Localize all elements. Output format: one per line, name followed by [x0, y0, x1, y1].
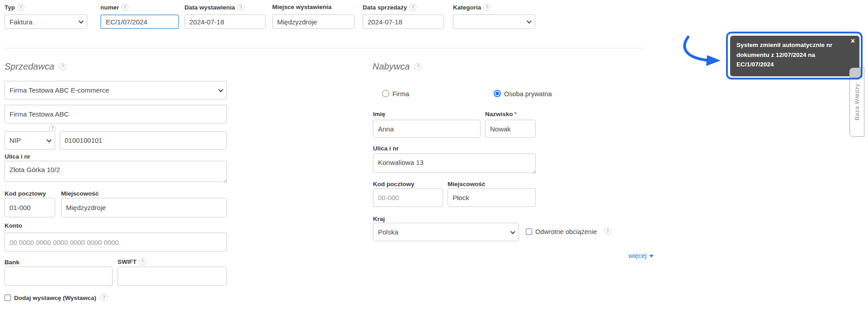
- buyer-type-radio-private[interactable]: [494, 90, 501, 97]
- knowledge-base-tab-shade: [849, 68, 863, 78]
- chevron-down-icon: [510, 229, 515, 234]
- numer-input[interactable]: [100, 14, 179, 29]
- seller-street-label: Ulica i nr: [5, 153, 30, 160]
- annotation-arrow-icon: [679, 34, 729, 67]
- tax-id-input[interactable]: [60, 131, 227, 150]
- seller-postal-input[interactable]: [5, 198, 55, 217]
- bank-input[interactable]: [5, 267, 113, 286]
- close-icon[interactable]: ×: [851, 37, 855, 45]
- buyer-city-label: Miejscowość: [448, 181, 485, 187]
- first-name-label: Imię: [373, 111, 385, 117]
- help-icon[interactable]: ?: [59, 63, 66, 70]
- notification-tooltip: System zmienił automatycznie nr dokument…: [730, 36, 859, 76]
- chevron-down-icon: [218, 87, 223, 92]
- seller-heading: Sprzedawca: [5, 61, 54, 72]
- sale-date-label-row: Data sprzedaży ?: [363, 4, 416, 11]
- buyer-type-radio-firma[interactable]: [382, 90, 389, 97]
- seller-postal-label: Kod pocztowy: [5, 190, 46, 197]
- buyer-type-private-label[interactable]: Osoba prywatna: [504, 90, 552, 98]
- help-icon[interactable]: ?: [604, 228, 611, 235]
- account-input[interactable]: [5, 233, 227, 252]
- typ-label-row: Typ ?: [5, 4, 24, 11]
- sale-date-input[interactable]: [363, 14, 444, 29]
- buyer-postal-input[interactable]: [373, 188, 443, 207]
- radio-dot: [495, 92, 499, 95]
- country-select-value: Polska: [378, 228, 398, 236]
- sale-date-label: Data sprzedaży: [363, 4, 407, 11]
- category-label: Kategoria: [453, 4, 481, 11]
- numer-label-row: numer ?: [100, 4, 128, 11]
- seller-company-select[interactable]: Firma Testowa ABC E-commerce: [5, 81, 227, 99]
- numer-label: numer: [100, 4, 119, 11]
- section-divider: [5, 48, 643, 48]
- tax-id-type-select[interactable]: NIP: [5, 131, 55, 150]
- issue-date-input[interactable]: [184, 14, 266, 29]
- seller-city-label: Miejscowość: [61, 190, 99, 197]
- country-label: Kraj: [373, 215, 385, 222]
- buyer-heading: Nabywca: [373, 61, 410, 72]
- help-icon[interactable]: ?: [139, 258, 146, 265]
- buyer-type-firma-label[interactable]: Firma: [392, 90, 409, 98]
- buyer-street-textarea[interactable]: Konwaliowa 13: [373, 154, 536, 173]
- typ-select[interactable]: Faktura: [5, 14, 87, 29]
- typ-select-value: Faktura: [9, 18, 33, 26]
- country-select[interactable]: Polska: [373, 223, 519, 241]
- account-label: Konto: [5, 222, 22, 229]
- add-issuer-checkbox[interactable]: [5, 295, 11, 301]
- seller-heading-row: Sprzedawca ?: [5, 61, 66, 72]
- help-icon[interactable]: ?: [237, 4, 245, 11]
- required-asterisk: *: [514, 111, 517, 117]
- chevron-down-icon: [79, 19, 84, 23]
- help-icon[interactable]: ?: [483, 4, 491, 11]
- reverse-charge-checkbox[interactable]: [526, 229, 532, 235]
- last-name-label: Nazwisko*: [485, 111, 517, 117]
- help-icon[interactable]: ?: [49, 125, 56, 132]
- more-link[interactable]: więcej: [628, 252, 654, 259]
- issue-place-label-row: Miejsce wystawienia: [272, 4, 331, 10]
- help-icon[interactable]: ?: [409, 4, 416, 11]
- buyer-heading-row: Nabywca ?: [373, 61, 421, 72]
- tax-id-type-value: NIP: [9, 136, 21, 144]
- reverse-charge-label: Odwrotne obciążenie: [535, 228, 597, 235]
- help-icon[interactable]: ?: [121, 4, 128, 11]
- seller-company-select-value: Firma Testowa ABC E-commerce: [9, 86, 109, 94]
- first-name-input[interactable]: [373, 120, 481, 138]
- typ-label: Typ: [5, 4, 15, 11]
- category-label-row: Kategoria ?: [453, 4, 491, 11]
- seller-name-input[interactable]: [5, 105, 227, 123]
- knowledge-base-tab-label: Baza Wiedzy: [854, 84, 860, 120]
- swift-input[interactable]: [118, 267, 227, 286]
- notification-text: System zmienił automatycznie nr dokument…: [736, 40, 845, 70]
- bank-label: Bank: [5, 259, 19, 266]
- chevron-down-icon: [527, 19, 532, 23]
- issue-place-input[interactable]: [272, 14, 354, 29]
- buyer-street-label: Ulica i nr: [373, 145, 399, 152]
- swift-label-row: SWIFT ?: [118, 258, 146, 265]
- issue-date-label-row: Data wystawienia ?: [184, 4, 245, 11]
- issue-date-label: Data wystawienia: [184, 4, 235, 11]
- invoice-form-page: Typ ? Faktura numer ? Data wystawienia ?…: [0, 0, 868, 309]
- chevron-down-icon: [47, 137, 52, 142]
- buyer-postal-label: Kod pocztowy: [373, 181, 415, 187]
- last-name-input[interactable]: [485, 120, 536, 138]
- caret-down-icon: [649, 255, 654, 258]
- help-icon[interactable]: ?: [17, 4, 24, 11]
- seller-street-textarea[interactable]: Złota Górka 10/2: [5, 161, 227, 182]
- seller-city-input[interactable]: [61, 198, 227, 217]
- buyer-city-input[interactable]: [448, 188, 536, 207]
- add-issuer-label: Dodaj wystawcę (Wystawca): [14, 295, 96, 301]
- issue-place-label: Miejsce wystawienia: [272, 4, 331, 10]
- category-select[interactable]: [453, 14, 535, 29]
- help-icon[interactable]: ?: [100, 294, 108, 301]
- more-link-label: więcej: [628, 252, 646, 259]
- help-icon[interactable]: ?: [414, 63, 421, 70]
- swift-label: SWIFT: [118, 258, 137, 265]
